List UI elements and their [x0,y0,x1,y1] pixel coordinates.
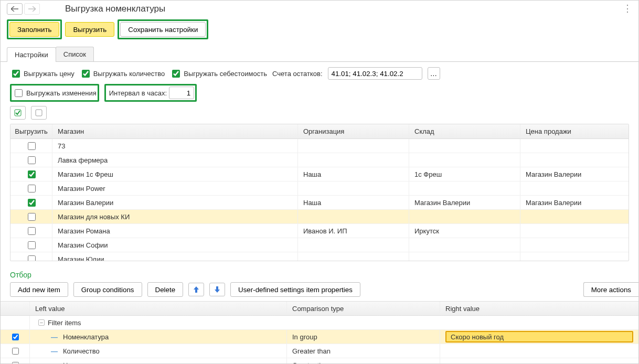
dash-icon: — [51,347,58,355]
row-org [298,153,409,167]
row-org: Наша [298,196,409,209]
row-warehouse [409,139,520,153]
tab-settings[interactable]: Настройки [7,47,56,62]
col-header-warehouse[interactable]: Склад [409,124,520,138]
forward-button[interactable] [24,3,40,15]
row-price: Магазин Валерии [520,196,629,209]
row-export-checkbox[interactable] [28,170,36,178]
row-export-checkbox[interactable] [28,227,36,235]
filter-row[interactable]: —ЦенаGreater than [1,358,638,364]
filter-row-checkbox[interactable] [12,334,19,340]
collapse-icon[interactable]: − [38,319,45,326]
row-export-checkbox[interactable] [28,199,36,207]
export-qty-checkbox[interactable]: Выгружать количество [80,68,165,79]
row-price [520,181,629,195]
balance-accounts-select-button[interactable]: … [428,67,440,80]
table-row[interactable]: Магазин РоманаИванов И. ИПИркутск [10,224,629,238]
row-price [520,210,629,223]
table-row[interactable]: Магазин Софии [10,238,629,252]
row-org [298,210,409,223]
add-new-item-button[interactable]: Add new item [10,282,68,297]
row-shop: Магазин Валерии [52,196,298,209]
table-row[interactable]: Магазин ВалерииНашаМагазин ВалерииМагази… [10,196,629,210]
filter-left-value: —Номенклатура [30,330,287,344]
row-warehouse [409,181,520,195]
table-row[interactable]: Магазин 1с ФрешНаша1с ФрешМагазин Валери… [10,167,629,181]
export-cost-label: Выгружать себестоимость [184,70,267,78]
table-row[interactable]: Магазин Power [10,181,629,196]
row-shop: Магазин Романа [52,224,298,238]
row-export-checkbox[interactable] [28,142,36,150]
col-header-price[interactable]: Цена продажи [520,124,629,138]
filter-row[interactable]: —НоменклатураIn groupСкоро новый год [1,330,638,344]
user-settings-button[interactable]: User-defined settings item properties [230,282,360,297]
more-actions-button[interactable]: More actions [583,282,638,297]
row-warehouse [409,210,520,223]
export-price-input[interactable] [12,70,20,78]
table-row[interactable]: 73 [10,139,629,153]
filter-col-left[interactable]: Left value [30,302,287,315]
row-shop: Магазин Power [52,181,298,195]
export-cost-input[interactable] [172,70,180,78]
dash-icon: — [51,361,58,365]
table-row[interactable]: Лавка фермера [10,153,629,167]
back-button[interactable] [7,3,23,15]
row-price: Магазин Валерии [520,167,629,181]
row-warehouse [409,153,520,167]
filter-col-comparison[interactable]: Comparison type [287,302,440,315]
filter-right-value-input[interactable]: Скоро новый год [445,331,633,342]
row-export-checkbox[interactable] [28,255,36,261]
export-button[interactable]: Выгрузить [65,22,114,37]
filter-row-checkbox[interactable] [12,348,19,355]
fill-button[interactable]: Заполнить [9,22,59,37]
row-price [520,139,629,153]
table-row[interactable]: Магазин Юлии [10,252,629,261]
row-org [298,252,409,261]
balance-accounts-label: Счета остатков: [272,70,322,78]
export-changes-label: Выгружать изменения [26,89,97,97]
filter-group-row[interactable]: − Filter items [1,316,638,330]
filter-col-right[interactable]: Right value [440,302,638,315]
export-changes-input[interactable] [15,89,23,97]
group-conditions-button[interactable]: Group conditions [73,282,142,297]
row-shop: Магазин 1с Фреш [52,167,298,181]
export-cost-checkbox[interactable]: Выгружать себестоимость [170,68,267,79]
row-price [520,252,629,261]
row-export-checkbox[interactable] [28,185,36,192]
check-all-button[interactable] [10,106,26,120]
delete-button[interactable]: Delete [147,282,184,297]
filter-left-value: —Цена [30,358,287,364]
export-changes-checkbox[interactable]: Выгружать изменения [13,87,97,99]
shops-table: Выгрузить Магазин Организация Склад Цена… [10,124,629,261]
row-price [520,238,629,252]
filter-section-title: Отбор [1,266,638,281]
export-qty-input[interactable] [82,70,90,78]
svg-rect-1 [36,110,42,116]
balance-accounts-input[interactable] [328,67,422,80]
row-org [298,139,409,153]
tab-list[interactable]: Список [56,47,94,61]
row-export-checkbox[interactable] [28,156,36,164]
table-row[interactable]: Магазин для новых КИ [10,210,629,224]
filter-table: Left value Comparison type Right value −… [1,301,638,364]
filter-comparison: Greater than [287,344,440,358]
filter-group-label: Filter items [48,319,81,327]
filter-comparison: Greater than [287,358,440,364]
col-header-shop[interactable]: Магазин [52,124,298,138]
row-export-checkbox[interactable] [28,241,36,249]
row-warehouse: Иркутск [409,224,520,238]
export-qty-label: Выгружать количество [93,70,165,78]
move-down-button[interactable] [209,283,225,296]
export-price-checkbox[interactable]: Выгружать цену [10,68,74,79]
col-header-org[interactable]: Организация [298,124,409,138]
col-header-export[interactable]: Выгрузить [10,124,52,138]
uncheck-all-button[interactable] [31,106,47,120]
move-up-button[interactable] [188,283,204,296]
row-org [298,238,409,252]
save-settings-button[interactable]: Сохранить настройки [120,22,206,37]
interval-input[interactable] [169,87,194,99]
filter-row[interactable]: —КоличествоGreater than [1,344,638,358]
filter-row-checkbox[interactable] [12,362,19,365]
page-menu-icon[interactable]: ⋮ [623,5,632,12]
row-export-checkbox[interactable] [28,213,36,221]
